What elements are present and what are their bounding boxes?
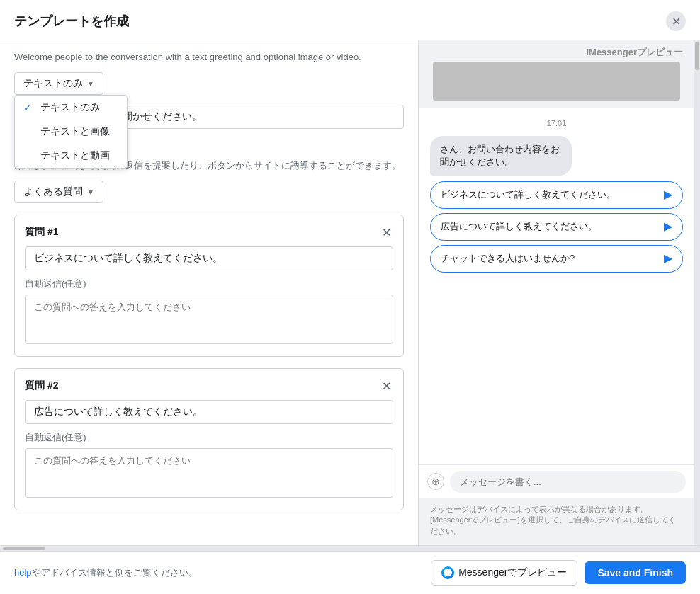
preview-header-image [433, 62, 680, 101]
check-icon: ✓ [23, 102, 35, 113]
arrow-right-icon: ▶ [664, 251, 672, 266]
auto-reply-1-textarea[interactable] [25, 295, 393, 344]
modal-body: Welcome people to the conversation with … [0, 40, 700, 545]
question-2-label: 質問 #2 [25, 379, 58, 392]
messenger-preview-button[interactable]: Messengerでプレビュー [431, 560, 577, 586]
chevron-down-icon: ▼ [87, 80, 94, 88]
auto-reply-1-label: 自動返信(任意) [25, 278, 393, 290]
faq-button-label: よくある質問 [23, 185, 83, 198]
auto-reply-2-label: 自動返信(任意) [25, 431, 393, 444]
question-1-input[interactable] [25, 246, 393, 270]
dropdown-item-text-video[interactable]: テキストと動画 [15, 144, 127, 168]
preview-input-area: ⊕ [419, 464, 694, 498]
help-link[interactable]: help [14, 567, 32, 578]
auto-reply-2-textarea[interactable] [25, 448, 393, 498]
add-attachment-icon[interactable]: ⊕ [427, 473, 444, 490]
preview-bot-message: さん、お問い合わせ内容をお聞かせください。 [430, 136, 572, 176]
modal-container: テンプレートを作成 ✕ Welcome people to the conver… [0, 0, 700, 594]
chevron-down-icon: ▼ [87, 188, 94, 196]
preview-label: iMessengerプレビュー [419, 40, 694, 62]
question-2-header: 質問 #2 ✕ [25, 379, 393, 393]
question-1-header: 質問 #1 ✕ [25, 225, 393, 239]
remove-question-1-button[interactable]: ✕ [379, 225, 393, 239]
close-button[interactable]: ✕ [666, 11, 686, 31]
modal-header: テンプレートを作成 ✕ [0, 0, 700, 40]
save-finish-button[interactable]: Save and Finish [585, 561, 686, 584]
dropdown-item-text-only[interactable]: ✓ テキストのみ [15, 96, 127, 120]
advice-text: やアドバイス情報と例をご覧ください。 [32, 567, 198, 578]
question-card-2: 質問 #2 ✕ 自動返信(任意) [14, 368, 404, 510]
dropdown-item-label: テキストと動画 [40, 149, 110, 162]
right-panel: iMessengerプレビュー 17:01 さん、お問い合わせ内容をお聞かせくだ… [418, 40, 700, 545]
preview-main: iMessengerプレビュー 17:01 さん、お問い合わせ内容をお聞かせくだ… [419, 40, 694, 545]
footer-help-area: helpやアドバイス情報と例をご覧ください。 [14, 566, 198, 579]
preview-message-input[interactable] [450, 471, 686, 493]
scrollbar-thumb-horizontal [3, 547, 45, 550]
text-type-dropdown[interactable]: テキストのみ ▼ [14, 72, 103, 95]
preview-footer-note: メッセージはデバイスによって表示が異なる場合があります。[Messengerでプ… [419, 498, 694, 545]
remove-question-2-button[interactable]: ✕ [379, 379, 393, 393]
dropdown-container: テキストのみ ▼ ✓ テキストのみ テキストと画像 [14, 72, 103, 95]
question-card-1: 質問 #1 ✕ 自動返信(任意) [14, 215, 404, 357]
modal-title: テンプレートを作成 [14, 13, 129, 30]
quick-reply-3[interactable]: チャットできる人はいませんか? ▶ [430, 245, 683, 273]
faq-button[interactable]: よくある質問 ▼ [14, 181, 103, 203]
dropdown-item-text-image[interactable]: テキストと画像 [15, 120, 127, 144]
question-2-input[interactable] [25, 400, 393, 424]
preview-timestamp: 17:01 [430, 119, 683, 127]
quick-reply-3-text: チャットできる人はいませんか? [441, 253, 575, 265]
question-1-label: 質問 #1 [25, 226, 58, 239]
preview-chat-area: 17:01 さん、お問い合わせ内容をお聞かせください。 ビジネスについて詳しく教… [419, 108, 694, 464]
dropdown-menu: ✓ テキストのみ テキストと画像 テキストと動画 [14, 95, 128, 169]
dropdown-item-label: テキストのみ [40, 101, 100, 114]
horizontal-scrollbar[interactable] [0, 545, 700, 551]
quick-reply-2[interactable]: 広告について詳しく教えてください。 ▶ [430, 213, 683, 241]
preview-wrapper: iMessengerプレビュー 17:01 さん、お問い合わせ内容をお聞かせくだ… [419, 40, 700, 545]
arrow-right-icon: ▶ [664, 188, 672, 202]
right-scrollbar[interactable] [694, 40, 700, 545]
arrow-right-icon: ▶ [664, 219, 672, 234]
quick-reply-2-text: 広告について詳しく教えてください。 [441, 221, 597, 233]
scrollbar-thumb [695, 42, 699, 70]
description-text: Welcome people to the conversation with … [14, 52, 404, 62]
footer-right: Messengerでプレビュー Save and Finish [431, 560, 686, 586]
dropdown-current-value: テキストのみ [23, 77, 83, 90]
messenger-preview-label: Messengerでプレビュー [458, 566, 567, 579]
left-panel: Welcome people to the conversation with … [0, 40, 418, 545]
quick-reply-1-text: ビジネスについて詳しく教えてください。 [441, 189, 616, 201]
dropdown-item-label: テキストと画像 [40, 125, 110, 138]
quick-reply-1[interactable]: ビジネスについて詳しく教えてください。 ▶ [430, 181, 683, 209]
modal-footer: helpやアドバイス情報と例をご覧ください。 Messengerでプレビュー S… [0, 551, 700, 594]
messenger-icon [441, 566, 454, 579]
